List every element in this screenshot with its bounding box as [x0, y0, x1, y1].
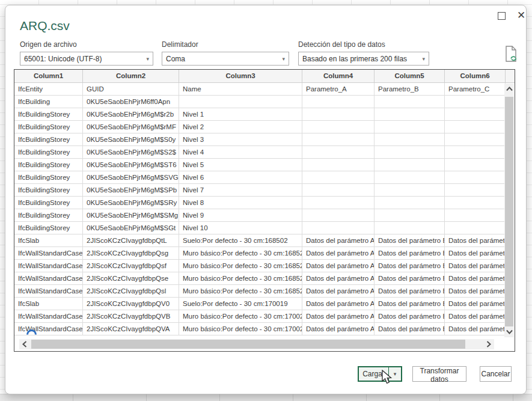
chevron-down-icon: ▾ — [394, 371, 397, 377]
table-cell — [302, 197, 375, 209]
table-cell: IfcWallStandardCase — [14, 323, 83, 335]
chevron-down-icon: ▾ — [418, 56, 425, 62]
maximize-button[interactable] — [495, 10, 508, 22]
table-cell: Nivel 4 — [179, 146, 302, 158]
table-row: IfcBuildingStorey0KU5eSaobEhPjrM6gM$S2$N… — [14, 146, 506, 159]
scroll-left-button[interactable] — [19, 339, 30, 349]
cancel-button[interactable]: Cancelar — [480, 366, 512, 382]
table-row: IfcBuildingStorey0KU5eSaobEhPjrM6gM$rMFN… — [14, 121, 506, 133]
table-cell: Datos del parámetro B — [375, 260, 445, 272]
table-cell — [445, 159, 506, 171]
table-cell: Nivel 1 — [179, 108, 302, 120]
type-detection-dropdown[interactable]: Basado en las primeras 200 filas ▾ — [298, 52, 429, 66]
scroll-up-button[interactable] — [504, 84, 514, 94]
table-cell — [445, 171, 506, 183]
table-cell: Datos del parámetro B — [375, 323, 445, 335]
type-detection-label: Detección del tipo de datos — [298, 40, 429, 49]
column-header: Column6 — [445, 70, 506, 83]
chevron-down-icon — [506, 329, 513, 334]
table-row: IfcBuildingStorey0KU5eSaobEhPjrM6gM$SPbN… — [14, 184, 506, 197]
table-cell: 0KU5eSaobEhPjrM6gM$S0y — [83, 133, 179, 145]
table-cell: Datos del parámetro C — [445, 310, 506, 322]
table-cell: IfcBuildingStorey — [14, 197, 83, 209]
chevron-left-icon — [22, 341, 27, 347]
column-header: Column2 — [83, 70, 179, 83]
table-cell — [179, 96, 302, 108]
table-cell: IfcBuildingStorey — [14, 159, 83, 171]
table-cell — [375, 222, 445, 234]
scroll-right-button[interactable] — [483, 339, 494, 349]
table-cell: 2JIScoKCzCIvaygfdbpQtL — [83, 234, 179, 246]
table-cell: 0KU5eSaobEhPjrM6gM$SVG — [83, 171, 179, 183]
chevron-down-icon: ▾ — [142, 56, 149, 62]
table-cell — [302, 209, 375, 221]
table-cell — [445, 184, 506, 196]
table-cell: Muro básico:Por defecto - 30 cm:168523 — [179, 272, 302, 284]
table-cell — [302, 171, 375, 183]
table-cell: Nivel 5 — [179, 159, 302, 171]
table-cell — [445, 108, 506, 120]
table-cell: Muro básico:Por defecto - 30 cm:170025 — [179, 323, 302, 335]
table-cell — [375, 171, 445, 183]
table-cell — [445, 222, 506, 234]
load-split-button: Cargar ▾ — [358, 366, 402, 382]
delimiter-label: Delimitador — [162, 40, 289, 49]
load-options-button[interactable]: ▾ — [388, 367, 401, 381]
table-cell: 2JIScoKCzCIvaygfdbpQsl — [83, 285, 179, 297]
table-cell: 0KU5eSaobEhPjrM6gM$SGt — [83, 222, 179, 234]
table-cell: IfcBuildingStorey — [14, 171, 83, 183]
table-cell: 0KU5eSaobEhPjrM6gM$SPb — [83, 184, 179, 196]
table-cell — [302, 121, 375, 133]
table-cell — [445, 133, 506, 145]
csv-import-dialog: ✕ ARQ.csv Origen de archivo 65001: Unico… — [5, 5, 527, 394]
transform-data-button[interactable]: Transformar datos — [412, 366, 466, 382]
table-cell — [445, 197, 506, 209]
table-cell: GUID — [83, 83, 179, 95]
table-row: IfcBuildingStorey0KU5eSaobEhPjrM6gM$r2bN… — [14, 108, 506, 121]
horizontal-scrollbar[interactable] — [19, 339, 494, 349]
table-cell: Datos del parámetro B — [375, 310, 445, 322]
file-origin-label: Origen de archivo — [20, 40, 153, 49]
table-cell — [375, 121, 445, 133]
table-cell: Suelo:Por defecto - 30 cm:168502 — [179, 234, 302, 246]
table-cell — [375, 209, 445, 221]
table-cell — [375, 184, 445, 196]
close-button[interactable]: ✕ — [513, 8, 529, 22]
table-row: IfcWallStandardCase2JIScoKCzCIvaygfdbpQV… — [14, 310, 506, 323]
table-row: IfcBuildingStorey0KU5eSaobEhPjrM6gM$SRyN… — [14, 197, 506, 209]
file-origin-field: Origen de archivo 65001: Unicode (UTF-8)… — [20, 40, 153, 66]
table-row: IfcBuildingStorey0KU5eSaobEhPjrM6gM$SVGN… — [14, 171, 506, 184]
table-cell — [375, 197, 445, 209]
table-cell — [302, 146, 375, 158]
table-cell: Nivel 2 — [179, 121, 302, 133]
table-cell: Datos del parámetro C — [445, 247, 506, 259]
column-header: Column3 — [179, 70, 302, 83]
table-cell: Suelo:Por defecto - 30 cm:170019 — [179, 298, 302, 310]
delimiter-dropdown[interactable]: Coma ▾ — [162, 52, 289, 66]
table-cell: Datos del parámetro C — [445, 272, 506, 284]
scroll-down-button[interactable] — [504, 326, 514, 337]
table-cell: 0KU5eSaobEhPjrM6gM$SRy — [83, 197, 179, 209]
table-cell: Datos del parámetro C — [445, 260, 506, 272]
table-cell: Nivel 6 — [179, 171, 302, 183]
table-row: IfcWallStandardCase2JIScoKCzCIvaygfdbpQs… — [14, 247, 506, 260]
table-cell: Muro básico:Por defecto - 30 cm:168524 — [179, 285, 302, 297]
chevron-up-icon — [506, 87, 513, 91]
table-cell — [445, 121, 506, 133]
table-cell — [302, 222, 375, 234]
table-row: IfcWallStandardCase2JIScoKCzCIvaygfdbpQs… — [14, 260, 506, 272]
table-cell: IfcBuildingStorey — [14, 108, 83, 120]
table-cell: IfcEntity — [14, 83, 83, 95]
load-button[interactable]: Cargar — [359, 367, 388, 381]
column-header: Column5 — [375, 70, 445, 83]
type-detection-value: Basado en las primeras 200 filas — [302, 55, 407, 63]
table-cell: 2JIScoKCzCIvaygfdbpQsf — [83, 260, 179, 272]
vertical-scroll-thumb[interactable] — [505, 97, 513, 326]
horizontal-scroll-thumb[interactable] — [31, 340, 465, 349]
table-cell: Datos del parámetro A — [302, 310, 375, 322]
file-origin-dropdown[interactable]: 65001: Unicode (UTF-8) ▾ — [20, 52, 153, 66]
vertical-scrollbar[interactable] — [504, 84, 514, 337]
table-row: IfcBuildingStorey0KU5eSaobEhPjrM6gM$SMgN… — [14, 209, 506, 222]
table-cell: 0KU5eSaobEhPjrM6gM$S2$ — [83, 146, 179, 158]
table-cell: 2JIScoKCzCIvaygfdbpQsg — [83, 247, 179, 259]
